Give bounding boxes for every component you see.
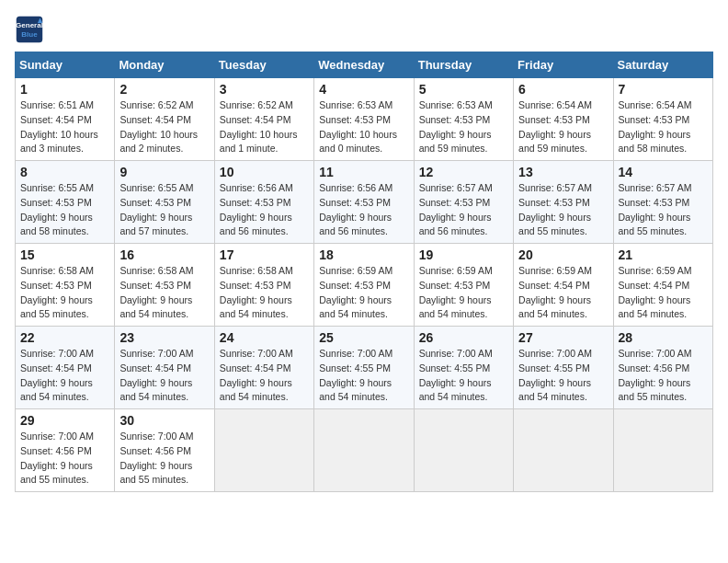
day-info: Sunrise: 6:57 AMSunset: 4:53 PMDaylight:… (619, 181, 708, 239)
calendar-week-4: 22Sunrise: 7:00 AMSunset: 4:54 PMDayligh… (16, 327, 713, 409)
day-info: Sunrise: 6:58 AMSunset: 4:53 PMDaylight:… (220, 264, 309, 322)
calendar-week-5: 29Sunrise: 7:00 AMSunset: 4:56 PMDayligh… (16, 409, 713, 492)
day-number: 21 (619, 247, 708, 262)
header-wednesday: Wednesday (314, 52, 414, 78)
logo-icon: General Blue (15, 15, 44, 44)
day-info: Sunrise: 7:00 AMSunset: 4:56 PMDaylight:… (619, 347, 708, 405)
day-info: Sunrise: 7:00 AMSunset: 4:54 PMDaylight:… (220, 347, 309, 405)
day-number: 25 (319, 330, 408, 345)
calendar-cell: 19Sunrise: 6:59 AMSunset: 4:53 PMDayligh… (414, 244, 513, 327)
calendar-header-row: SundayMondayTuesdayWednesdayThursdayFrid… (16, 52, 713, 78)
calendar-cell: 23Sunrise: 7:00 AMSunset: 4:54 PMDayligh… (115, 327, 214, 409)
day-info: Sunrise: 7:00 AMSunset: 4:55 PMDaylight:… (518, 347, 608, 405)
calendar-cell: 13Sunrise: 6:57 AMSunset: 4:53 PMDayligh… (514, 161, 613, 244)
day-number: 11 (319, 165, 408, 179)
day-info: Sunrise: 6:55 AMSunset: 4:53 PMDaylight:… (119, 181, 209, 239)
day-number: 4 (319, 82, 408, 97)
day-info: Sunrise: 6:59 AMSunset: 4:54 PMDaylight:… (518, 264, 608, 322)
day-number: 6 (518, 82, 608, 97)
day-info: Sunrise: 6:53 AMSunset: 4:53 PMDaylight:… (319, 98, 408, 156)
day-number: 1 (20, 82, 109, 97)
day-info: Sunrise: 7:00 AMSunset: 4:54 PMDaylight:… (20, 347, 109, 405)
calendar-cell: 25Sunrise: 7:00 AMSunset: 4:55 PMDayligh… (314, 327, 414, 409)
calendar-cell: 20Sunrise: 6:59 AMSunset: 4:54 PMDayligh… (514, 244, 613, 327)
day-number: 30 (119, 413, 209, 428)
day-number: 3 (220, 82, 309, 97)
day-number: 15 (20, 247, 109, 262)
day-number: 20 (518, 247, 608, 262)
day-number: 2 (119, 82, 209, 97)
day-number: 18 (319, 247, 408, 262)
calendar-cell: 30Sunrise: 7:00 AMSunset: 4:56 PMDayligh… (115, 409, 214, 492)
header-sunday: Sunday (16, 52, 115, 78)
calendar-week-1: 1Sunrise: 6:51 AMSunset: 4:54 PMDaylight… (16, 78, 713, 161)
calendar-cell: 26Sunrise: 7:00 AMSunset: 4:55 PMDayligh… (414, 327, 513, 409)
header-tuesday: Tuesday (214, 52, 313, 78)
calendar-cell: 17Sunrise: 6:58 AMSunset: 4:53 PMDayligh… (214, 244, 313, 327)
day-info: Sunrise: 6:59 AMSunset: 4:53 PMDaylight:… (419, 264, 508, 322)
calendar-week-2: 8Sunrise: 6:55 AMSunset: 4:53 PMDaylight… (16, 161, 713, 244)
day-number: 26 (419, 330, 508, 345)
day-info: Sunrise: 7:00 AMSunset: 4:55 PMDaylight:… (319, 347, 408, 405)
day-info: Sunrise: 7:00 AMSunset: 4:56 PMDaylight:… (119, 430, 209, 488)
calendar-cell: 27Sunrise: 7:00 AMSunset: 4:55 PMDayligh… (514, 327, 613, 409)
calendar-cell: 4Sunrise: 6:53 AMSunset: 4:53 PMDaylight… (314, 78, 414, 161)
calendar-cell: 6Sunrise: 6:54 AMSunset: 4:53 PMDaylight… (514, 78, 613, 161)
day-info: Sunrise: 6:56 AMSunset: 4:53 PMDaylight:… (220, 181, 309, 239)
day-info: Sunrise: 7:00 AMSunset: 4:54 PMDaylight:… (119, 347, 209, 405)
day-info: Sunrise: 6:54 AMSunset: 4:53 PMDaylight:… (518, 98, 608, 156)
calendar-table: SundayMondayTuesdayWednesdayThursdayFrid… (15, 52, 713, 492)
day-info: Sunrise: 6:52 AMSunset: 4:54 PMDaylight:… (220, 98, 309, 156)
day-number: 23 (119, 330, 209, 345)
calendar-cell: 12Sunrise: 6:57 AMSunset: 4:53 PMDayligh… (414, 161, 513, 244)
day-info: Sunrise: 6:57 AMSunset: 4:53 PMDaylight:… (518, 181, 608, 239)
header-friday: Friday (514, 52, 613, 78)
day-number: 29 (20, 413, 109, 428)
calendar-cell: 9Sunrise: 6:55 AMSunset: 4:53 PMDaylight… (115, 161, 214, 244)
day-info: Sunrise: 6:58 AMSunset: 4:53 PMDaylight:… (119, 264, 209, 322)
day-number: 7 (619, 82, 708, 97)
calendar-cell: 1Sunrise: 6:51 AMSunset: 4:54 PMDaylight… (16, 78, 115, 161)
day-number: 9 (119, 165, 209, 179)
calendar-cell: 5Sunrise: 6:53 AMSunset: 4:53 PMDaylight… (414, 78, 513, 161)
day-number: 28 (619, 330, 708, 345)
calendar-cell (514, 409, 613, 492)
day-number: 12 (419, 165, 508, 179)
day-info: Sunrise: 6:59 AMSunset: 4:53 PMDaylight:… (319, 264, 408, 322)
calendar-cell (314, 409, 414, 492)
day-number: 5 (419, 82, 508, 97)
calendar-cell: 29Sunrise: 7:00 AMSunset: 4:56 PMDayligh… (16, 409, 115, 492)
day-number: 17 (220, 247, 309, 262)
calendar-cell: 22Sunrise: 7:00 AMSunset: 4:54 PMDayligh… (16, 327, 115, 409)
calendar-week-3: 15Sunrise: 6:58 AMSunset: 4:53 PMDayligh… (16, 244, 713, 327)
day-number: 22 (20, 330, 109, 345)
calendar-cell: 15Sunrise: 6:58 AMSunset: 4:53 PMDayligh… (16, 244, 115, 327)
calendar-cell (214, 409, 313, 492)
day-info: Sunrise: 6:53 AMSunset: 4:53 PMDaylight:… (419, 98, 508, 156)
day-number: 8 (20, 165, 109, 179)
day-info: Sunrise: 6:54 AMSunset: 4:53 PMDaylight:… (619, 98, 708, 156)
logo: General Blue (15, 15, 48, 44)
day-info: Sunrise: 6:58 AMSunset: 4:53 PMDaylight:… (20, 264, 109, 322)
calendar-cell: 18Sunrise: 6:59 AMSunset: 4:53 PMDayligh… (314, 244, 414, 327)
calendar-cell: 8Sunrise: 6:55 AMSunset: 4:53 PMDaylight… (16, 161, 115, 244)
calendar-cell (414, 409, 513, 492)
day-number: 10 (220, 165, 309, 179)
calendar-cell: 28Sunrise: 7:00 AMSunset: 4:56 PMDayligh… (613, 327, 712, 409)
day-info: Sunrise: 6:52 AMSunset: 4:54 PMDaylight:… (119, 98, 209, 156)
header-saturday: Saturday (613, 52, 712, 78)
day-number: 24 (220, 330, 309, 345)
calendar-cell: 10Sunrise: 6:56 AMSunset: 4:53 PMDayligh… (214, 161, 313, 244)
calendar-cell: 3Sunrise: 6:52 AMSunset: 4:54 PMDaylight… (214, 78, 313, 161)
calendar-cell: 21Sunrise: 6:59 AMSunset: 4:54 PMDayligh… (613, 244, 712, 327)
day-info: Sunrise: 6:55 AMSunset: 4:53 PMDaylight:… (20, 181, 109, 239)
day-info: Sunrise: 7:00 AMSunset: 4:56 PMDaylight:… (20, 430, 109, 488)
day-number: 13 (518, 165, 608, 179)
day-number: 16 (119, 247, 209, 262)
day-number: 14 (619, 165, 708, 179)
header-thursday: Thursday (414, 52, 513, 78)
calendar-cell: 24Sunrise: 7:00 AMSunset: 4:54 PMDayligh… (214, 327, 313, 409)
day-info: Sunrise: 7:00 AMSunset: 4:55 PMDaylight:… (419, 347, 508, 405)
calendar-cell: 11Sunrise: 6:56 AMSunset: 4:53 PMDayligh… (314, 161, 414, 244)
calendar-cell: 14Sunrise: 6:57 AMSunset: 4:53 PMDayligh… (613, 161, 712, 244)
